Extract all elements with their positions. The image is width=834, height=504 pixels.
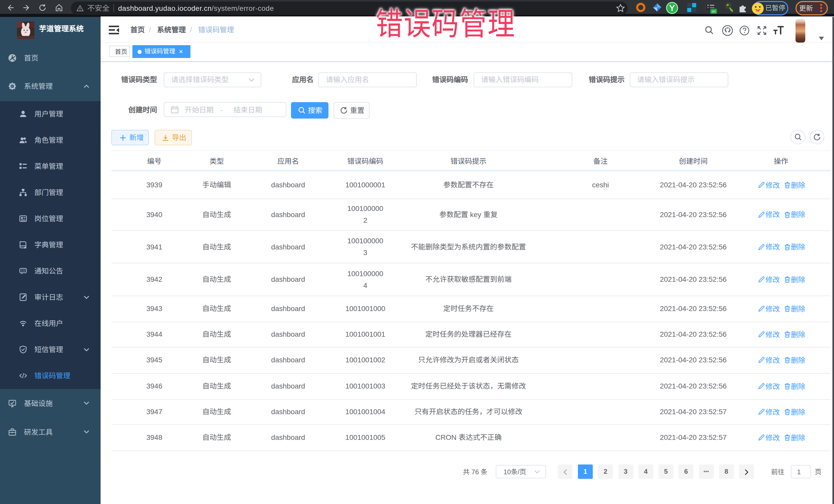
svg-text:on: on [711, 9, 716, 13]
